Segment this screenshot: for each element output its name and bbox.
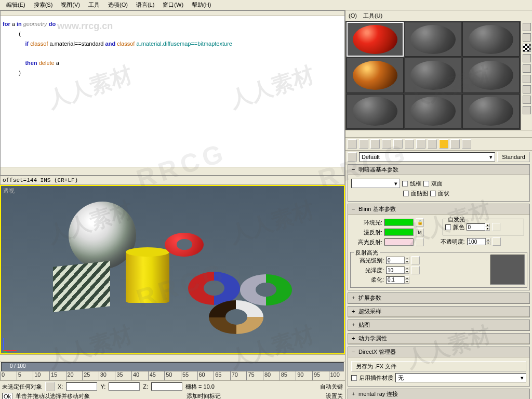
spec-level-spinner[interactable]: ▴▾ bbox=[386, 257, 409, 264]
setkey-button[interactable]: 设置关 bbox=[326, 392, 343, 399]
menu-language[interactable]: 语言(L) bbox=[132, 0, 158, 10]
editor-hscroll[interactable] bbox=[1, 167, 344, 175]
gloss-input[interactable] bbox=[386, 267, 405, 274]
backlight-icon[interactable] bbox=[523, 33, 531, 42]
go-parent-icon[interactable] bbox=[462, 139, 471, 149]
rollout-hdr-blinn[interactable]: Blinn 基本参数 bbox=[348, 204, 529, 215]
rollout-hdr-supersample[interactable]: 超级采样 bbox=[348, 307, 529, 317]
si-map-button[interactable] bbox=[492, 223, 500, 231]
time-ruler[interactable]: 0510152025303540455055606570758085909510… bbox=[0, 371, 345, 380]
material-type-button[interactable]: Standard bbox=[497, 152, 530, 162]
reset-icon[interactable] bbox=[382, 139, 391, 149]
material-slot-4[interactable] bbox=[347, 58, 404, 92]
object-torus-red[interactable] bbox=[165, 233, 204, 257]
make-unique-icon[interactable] bbox=[405, 139, 414, 149]
spin-up-icon[interactable]: ▴ bbox=[486, 238, 490, 242]
material-slot-1[interactable] bbox=[347, 22, 404, 57]
z-input[interactable] bbox=[151, 382, 182, 391]
menu-options[interactable]: 选项(O) bbox=[104, 0, 132, 10]
mat-menu-tools[interactable]: 工具(U) bbox=[363, 12, 382, 20]
autokey-button[interactable]: 自动关键 bbox=[320, 383, 343, 391]
two-sided-checkbox[interactable] bbox=[423, 181, 429, 187]
lock-icon[interactable] bbox=[45, 382, 55, 391]
plugin-dropdown[interactable]: 无▾ bbox=[395, 373, 526, 382]
faceted-checkbox[interactable] bbox=[430, 191, 436, 196]
options-icon[interactable] bbox=[523, 85, 531, 94]
code-area[interactable]: for a in geometry do ( if classof a.mate… bbox=[1, 16, 344, 81]
object-torus-brown[interactable] bbox=[209, 300, 263, 334]
object-box[interactable] bbox=[53, 261, 110, 312]
x-input[interactable] bbox=[66, 382, 97, 391]
soften-input[interactable] bbox=[386, 276, 405, 284]
spin-up-icon[interactable]: ▴ bbox=[405, 276, 409, 280]
spec-level-input[interactable] bbox=[386, 257, 405, 264]
make-preview-icon[interactable] bbox=[523, 75, 531, 83]
video-check-icon[interactable] bbox=[523, 64, 531, 73]
mat-map-nav-icon[interactable] bbox=[523, 106, 531, 114]
diffuse-map-button[interactable]: M bbox=[416, 228, 424, 236]
save-fx-button[interactable]: 另存为 .FX 文件 bbox=[351, 361, 526, 371]
specular-map-button[interactable] bbox=[416, 238, 424, 246]
put-to-scene-icon[interactable] bbox=[359, 139, 368, 149]
opacity-spinner[interactable]: ▴▾ bbox=[467, 238, 490, 245]
diffuse-swatch[interactable] bbox=[384, 229, 414, 236]
material-slot-7[interactable] bbox=[347, 94, 404, 129]
material-slot-9[interactable] bbox=[462, 94, 520, 129]
facemap-checkbox[interactable] bbox=[403, 191, 409, 196]
shader-dropdown[interactable]: ▾ bbox=[351, 179, 400, 188]
assign-icon[interactable] bbox=[370, 139, 380, 149]
ambient-swatch[interactable] bbox=[384, 219, 414, 226]
time-slider[interactable] bbox=[1, 362, 344, 371]
put-to-lib-icon[interactable] bbox=[416, 139, 425, 149]
material-slot-8[interactable] bbox=[405, 94, 462, 129]
opacity-map-button[interactable] bbox=[493, 237, 501, 246]
viewport-hscroll[interactable] bbox=[0, 354, 345, 362]
material-slot-6[interactable] bbox=[462, 58, 520, 92]
select-by-mat-icon[interactable] bbox=[523, 96, 531, 104]
rollout-hdr-maps[interactable]: 贴图 bbox=[348, 320, 529, 330]
soften-spinner[interactable]: ▴▾ bbox=[386, 276, 409, 284]
gloss-map-button[interactable] bbox=[411, 266, 420, 274]
y-input[interactable] bbox=[109, 382, 140, 391]
rollout-hdr-shader[interactable]: 明暗器基本参数 bbox=[348, 165, 529, 175]
spin-down-icon[interactable]: ▾ bbox=[405, 260, 409, 264]
script-editor[interactable]: for a in geometry do ( if classof a.mate… bbox=[0, 10, 345, 176]
spin-down-icon[interactable]: ▾ bbox=[405, 270, 409, 274]
object-cylinder[interactable] bbox=[126, 251, 169, 303]
si-color-spinner[interactable]: ▴▾ bbox=[467, 223, 490, 231]
spin-up-icon[interactable]: ▴ bbox=[485, 223, 490, 227]
spin-down-icon[interactable]: ▾ bbox=[485, 227, 490, 231]
wireframe-checkbox[interactable] bbox=[402, 181, 408, 187]
ambient-lock-icon[interactable]: 🔒 bbox=[416, 218, 424, 227]
material-slot-5[interactable] bbox=[405, 58, 462, 92]
mat-menu-o[interactable]: (O) bbox=[349, 12, 357, 19]
sample-uv-icon[interactable] bbox=[523, 54, 531, 62]
specular-swatch[interactable] bbox=[384, 238, 414, 246]
show-map-icon[interactable] bbox=[439, 139, 448, 149]
material-name-combo[interactable]: Default▾ bbox=[359, 152, 495, 162]
menu-help[interactable]: 帮助(H) bbox=[188, 0, 215, 10]
menu-view[interactable]: 视图(V) bbox=[57, 0, 84, 10]
pick-icon[interactable] bbox=[348, 152, 357, 162]
spin-down-icon[interactable]: ▾ bbox=[486, 242, 490, 245]
sample-type-icon[interactable] bbox=[523, 23, 531, 31]
spin-up-icon[interactable]: ▴ bbox=[405, 257, 409, 260]
show-end-icon[interactable] bbox=[450, 139, 460, 149]
si-color-input[interactable] bbox=[467, 223, 485, 231]
rollout-hdr-dynamics[interactable]: 动力学属性 bbox=[348, 334, 529, 344]
object-torus-green[interactable] bbox=[240, 274, 292, 305]
make-copy-icon[interactable] bbox=[393, 139, 403, 149]
gloss-spinner[interactable]: ▴▾ bbox=[386, 267, 409, 274]
material-slot-2[interactable] bbox=[405, 22, 462, 57]
mat-id-icon[interactable] bbox=[428, 139, 437, 149]
mat-hscroll[interactable] bbox=[345, 130, 532, 137]
spin-down-icon[interactable]: ▾ bbox=[405, 280, 409, 284]
spec-level-map-button[interactable] bbox=[411, 256, 420, 264]
menu-search[interactable]: 搜索(S) bbox=[30, 0, 57, 10]
opacity-input[interactable] bbox=[467, 238, 486, 245]
get-material-icon[interactable] bbox=[348, 139, 357, 149]
enable-plugin-checkbox[interactable] bbox=[351, 375, 357, 381]
background-icon[interactable] bbox=[523, 44, 531, 52]
rollout-hdr-directx[interactable]: DirectX 管理器 bbox=[348, 347, 529, 357]
add-time-marker[interactable]: 添加时间标记 bbox=[187, 392, 221, 399]
